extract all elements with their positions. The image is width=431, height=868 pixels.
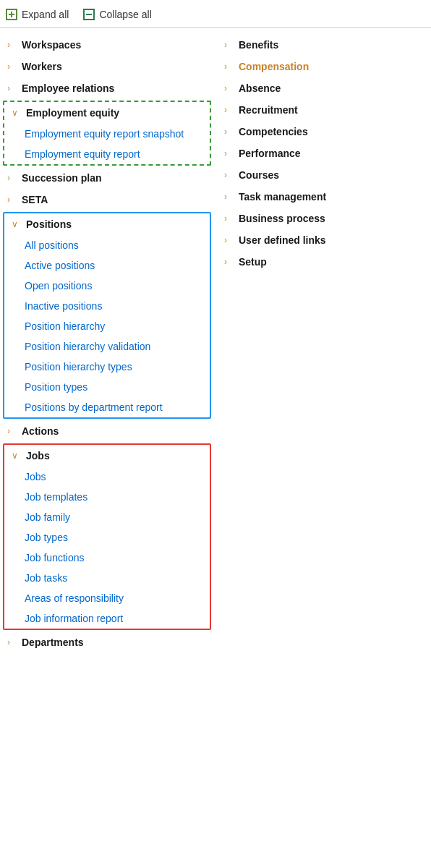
chevron-right-icon: › <box>7 195 17 205</box>
sidebar-item-actions[interactable]: › Actions <box>0 420 217 442</box>
sidebar-item-compensation[interactable]: › Compensation <box>217 56 431 77</box>
sidebar-item-employment-equity[interactable]: ∨ Employment equity <box>4 102 210 124</box>
sidebar-item-label: Setup <box>239 256 267 268</box>
link-areas-of-responsibility[interactable]: Areas of responsibility <box>4 588 210 608</box>
chevron-right-icon: › <box>224 235 234 245</box>
chevron-right-icon: › <box>7 40 17 50</box>
chevron-right-icon: › <box>224 257 234 267</box>
employment-equity-group: ∨ Employment equity Employment equity re… <box>3 101 211 166</box>
chevron-right-icon: › <box>7 61 17 72</box>
sidebar-item-label: Jobs <box>26 450 50 461</box>
link-jobs[interactable]: Jobs <box>4 467 210 487</box>
chevron-right-icon: › <box>224 170 234 180</box>
sidebar-item-user-defined-links[interactable]: › User defined links <box>217 229 431 251</box>
sidebar-item-recruitment[interactable]: › Recruitment <box>217 99 431 121</box>
sidebar-item-label: Succession plan <box>22 172 101 184</box>
collapse-all-icon <box>83 9 95 20</box>
link-job-types[interactable]: Job types <box>4 527 210 548</box>
main-content: › Workspaces › Workers › Employee relati… <box>0 28 431 659</box>
link-position-hierarchy[interactable]: Position hierarchy <box>4 316 210 336</box>
sidebar-item-label: Departments <box>22 637 84 648</box>
link-job-templates[interactable]: Job templates <box>4 487 210 507</box>
collapse-all-button[interactable]: Collapse all <box>83 9 151 20</box>
sidebar-item-succession-plan[interactable]: › Succession plan <box>0 167 217 189</box>
chevron-down-icon: ∨ <box>12 108 22 118</box>
chevron-down-icon: ∨ <box>12 219 22 229</box>
sidebar-item-label: Employment equity <box>26 107 119 119</box>
sidebar-item-competencies[interactable]: › Competencies <box>217 121 431 142</box>
sidebar-item-absence[interactable]: › Absence <box>217 77 431 99</box>
sidebar-item-label: Compensation <box>239 61 309 72</box>
sidebar-item-label: Competencies <box>239 126 308 137</box>
link-job-information-report[interactable]: Job information report <box>4 608 210 629</box>
sidebar-item-workspaces[interactable]: › Workspaces <box>0 34 217 56</box>
sidebar-item-departments[interactable]: › Departments <box>0 631 217 653</box>
sidebar-item-jobs[interactable]: ∨ Jobs <box>4 445 210 467</box>
link-job-family[interactable]: Job family <box>4 507 210 527</box>
expand-all-label: Expand all <box>22 9 69 20</box>
link-open-positions[interactable]: Open positions <box>4 276 210 296</box>
sidebar-item-label: Absence <box>239 82 281 94</box>
toolbar: Expand all Collapse all <box>0 0 431 28</box>
sidebar-item-label: Workspaces <box>22 39 81 51</box>
sidebar-item-label: SETA <box>22 194 48 205</box>
expand-all-button[interactable]: Expand all <box>6 9 69 20</box>
link-active-positions[interactable]: Active positions <box>4 255 210 276</box>
link-inactive-positions[interactable]: Inactive positions <box>4 296 210 316</box>
sidebar-item-seta[interactable]: › SETA <box>0 189 217 210</box>
sidebar-item-employee-relations[interactable]: › Employee relations <box>0 77 217 99</box>
chevron-right-icon: › <box>7 426 17 436</box>
sidebar-item-business-process[interactable]: › Business process <box>217 208 431 229</box>
sidebar-item-setup[interactable]: › Setup <box>217 251 431 273</box>
right-column: › Benefits › Compensation › Absence › Re… <box>217 31 431 656</box>
chevron-right-icon: › <box>224 61 234 72</box>
link-equity-snapshot[interactable]: Employment equity report snapshot <box>4 124 210 144</box>
chevron-right-icon: › <box>7 637 17 647</box>
link-all-positions[interactable]: All positions <box>4 235 210 255</box>
chevron-right-icon: › <box>224 213 234 224</box>
sidebar-item-label: Recruitment <box>239 104 298 116</box>
sidebar-item-label: Business process <box>239 213 325 224</box>
sidebar-item-label: Courses <box>239 169 279 181</box>
sidebar-item-label: Positions <box>26 218 72 230</box>
sidebar-item-label: Actions <box>22 425 59 437</box>
link-position-hierarchy-types[interactable]: Position hierarchy types <box>4 357 210 377</box>
chevron-right-icon: › <box>7 83 17 93</box>
sidebar-item-label: Performance <box>239 148 301 159</box>
chevron-right-icon: › <box>224 127 234 137</box>
sidebar-item-performance[interactable]: › Performance <box>217 142 431 164</box>
collapse-all-label: Collapse all <box>99 9 151 20</box>
sidebar-item-courses[interactable]: › Courses <box>217 164 431 186</box>
sidebar-item-label: Workers <box>22 61 62 72</box>
link-job-functions[interactable]: Job functions <box>4 548 210 568</box>
link-position-types[interactable]: Position types <box>4 377 210 397</box>
chevron-right-icon: › <box>224 148 234 158</box>
link-job-tasks[interactable]: Job tasks <box>4 568 210 588</box>
chevron-right-icon: › <box>224 105 234 115</box>
link-position-hierarchy-validation[interactable]: Position hierarchy validation <box>4 336 210 357</box>
chevron-right-icon: › <box>7 173 17 183</box>
left-column: › Workspaces › Workers › Employee relati… <box>0 31 217 656</box>
sidebar-item-label: Benefits <box>239 39 278 51</box>
chevron-right-icon: › <box>224 40 234 50</box>
sidebar-item-workers[interactable]: › Workers <box>0 56 217 77</box>
sidebar-item-label: Employee relations <box>22 82 114 94</box>
sidebar-item-label: Task management <box>239 191 326 203</box>
link-equity-report[interactable]: Employment equity report <box>4 144 210 164</box>
sidebar-item-benefits[interactable]: › Benefits <box>217 34 431 56</box>
link-positions-by-department[interactable]: Positions by department report <box>4 397 210 417</box>
positions-group: ∨ Positions All positions Active positio… <box>3 212 211 419</box>
jobs-group: ∨ Jobs Jobs Job templates Job family Job… <box>3 443 211 630</box>
sidebar-item-label: User defined links <box>239 234 326 246</box>
chevron-right-icon: › <box>224 192 234 202</box>
sidebar-item-positions[interactable]: ∨ Positions <box>4 213 210 235</box>
sidebar-item-task-management[interactable]: › Task management <box>217 186 431 208</box>
chevron-right-icon: › <box>224 83 234 93</box>
chevron-down-icon: ∨ <box>12 451 22 461</box>
expand-all-icon <box>6 9 17 20</box>
